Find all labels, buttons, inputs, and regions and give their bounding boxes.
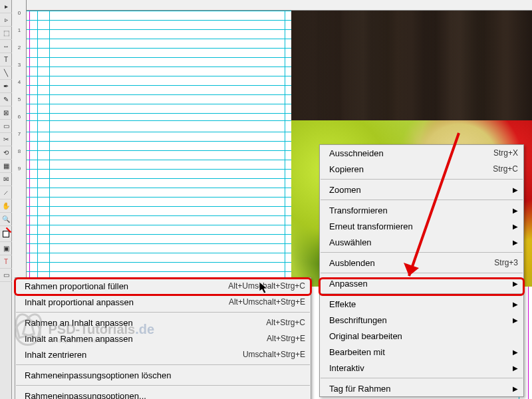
tool-type[interactable]: T bbox=[0, 53, 12, 66]
menu-zoom[interactable]: Zoomen▶ bbox=[320, 182, 523, 198]
menu-separator bbox=[321, 252, 523, 253]
ruler-tick: 7 bbox=[13, 132, 25, 137]
tool-zoom[interactable]: 🔍 bbox=[0, 213, 12, 226]
menu-hide[interactable]: AusblendenStrg+3 bbox=[320, 255, 523, 271]
menu-transform[interactable]: Transformieren▶ bbox=[320, 202, 523, 218]
menu-tag-frame[interactable]: Tag für Rahmen▶ bbox=[320, 380, 523, 396]
tool-line[interactable]: ╲ bbox=[0, 66, 12, 80]
menu-edit-with[interactable]: Bearbeiten mit▶ bbox=[320, 344, 523, 360]
tool-note[interactable]: ✉ bbox=[0, 173, 12, 186]
submenu-arrow-icon: ▶ bbox=[513, 364, 518, 372]
ruler-tick: 9 bbox=[13, 166, 25, 172]
tool-hand[interactable]: ✋ bbox=[0, 200, 12, 213]
toolbox: ▸ ▹ ⬚ ↔ T ╲ ✒ ✎ ⊠ ▭ ✂ ⟲ ▦ ✉ ⟋ ✋ 🔍 ▣ T ▭ bbox=[0, 0, 12, 399]
ruler-horizontal bbox=[12, 0, 532, 11]
tool-frame[interactable]: ⊠ bbox=[0, 106, 12, 120]
submenu-fit-frame[interactable]: Rahmen an Inhalt anpassenAlt+Strg+C bbox=[15, 315, 311, 331]
submenu-arrow-icon: ▶ bbox=[513, 348, 518, 356]
fill-stroke-swatch[interactable] bbox=[0, 226, 12, 242]
menu-edit-original[interactable]: Original bearbeiten bbox=[320, 328, 523, 344]
menu-fitting[interactable]: Anpassen▶ bbox=[320, 275, 523, 291]
submenu-fill-proportionally[interactable]: Rahmen proportional füllenAlt+Umschalt+S… bbox=[15, 278, 311, 294]
tool-gap[interactable]: ↔ bbox=[0, 40, 12, 53]
menu-interactive[interactable]: Interaktiv▶ bbox=[320, 360, 523, 376]
menu-select[interactable]: Auswählen▶ bbox=[320, 234, 523, 250]
menu-effects[interactable]: Effekte▶ bbox=[320, 296, 523, 312]
context-menu: AusschneidenStrg+X KopierenStrg+C Zoomen… bbox=[319, 144, 524, 397]
tool-transform[interactable]: ⟲ bbox=[0, 146, 12, 160]
menu-separator bbox=[321, 273, 523, 273]
tool-container[interactable]: ▣ bbox=[0, 242, 12, 255]
submenu-clear-options[interactable]: Rahmeneinpassungsoptionen löschen bbox=[15, 367, 311, 383]
ruler-tick: 8 bbox=[13, 149, 25, 154]
tool-rect[interactable]: ▭ bbox=[0, 120, 12, 133]
menu-transform-again[interactable]: Erneut transformieren▶ bbox=[320, 218, 523, 234]
submenu-center[interactable]: Inhalt zentrierenUmschalt+Strg+E bbox=[15, 346, 311, 362]
menu-separator bbox=[321, 179, 523, 180]
ruler-tick: 4 bbox=[13, 80, 25, 85]
menu-separator bbox=[16, 385, 310, 386]
tool-page[interactable]: ⬚ bbox=[0, 27, 12, 40]
menu-separator bbox=[321, 293, 523, 294]
submenu-arrow-icon: ▶ bbox=[513, 239, 518, 246]
tool-gradient[interactable]: ▦ bbox=[0, 160, 12, 173]
tool-pencil[interactable]: ✎ bbox=[0, 93, 12, 106]
menu-separator bbox=[321, 200, 523, 200]
menu-separator bbox=[16, 312, 310, 313]
menu-separator bbox=[16, 364, 310, 365]
submenu-options[interactable]: Rahmeneinpassungsoptionen... bbox=[15, 388, 311, 399]
submenu-arrow-icon: ▶ bbox=[513, 301, 518, 308]
submenu-arrow-icon: ▶ bbox=[513, 317, 518, 324]
ruler-tick: 6 bbox=[13, 114, 25, 120]
ruler-tick: 3 bbox=[13, 63, 25, 68]
submenu-fit-proportionally[interactable]: Inhalt proportional anpassenAlt+Umschalt… bbox=[15, 294, 311, 310]
tool-direct[interactable]: ▹ bbox=[0, 13, 12, 27]
tool-pen[interactable]: ✒ bbox=[0, 80, 12, 93]
ruler-tick: 1 bbox=[13, 28, 25, 33]
submenu-arrow-icon: ▶ bbox=[513, 280, 518, 287]
menu-copy[interactable]: KopierenStrg+C bbox=[320, 161, 523, 177]
tool-mode[interactable]: ▭ bbox=[0, 269, 12, 282]
ruler-tick: 5 bbox=[13, 97, 25, 102]
tool-selection[interactable]: ▸ bbox=[0, 0, 12, 13]
submenu-fit-content[interactable]: Inhalt an Rahmen anpassenAlt+Strg+E bbox=[15, 331, 311, 346]
submenu-arrow-icon: ▶ bbox=[513, 223, 518, 230]
ruler-tick: 2 bbox=[13, 45, 25, 51]
menu-cut[interactable]: AusschneidenStrg+X bbox=[320, 145, 523, 161]
tool-text-apply[interactable]: T bbox=[0, 255, 12, 269]
tool-eyedropper[interactable]: ⟋ bbox=[0, 186, 12, 200]
menu-captions[interactable]: Beschriftungen▶ bbox=[320, 312, 523, 328]
submenu-arrow-icon: ▶ bbox=[513, 207, 518, 214]
fitting-submenu: Rahmen proportional füllenAlt+Umschalt+S… bbox=[15, 277, 311, 399]
image-frame-wood[interactable] bbox=[291, 11, 532, 120]
submenu-arrow-icon: ▶ bbox=[513, 186, 518, 194]
menu-separator bbox=[321, 378, 523, 378]
tool-scissors[interactable]: ✂ bbox=[0, 133, 12, 146]
submenu-arrow-icon: ▶ bbox=[513, 385, 518, 392]
ruler-tick: 0 bbox=[13, 11, 25, 16]
